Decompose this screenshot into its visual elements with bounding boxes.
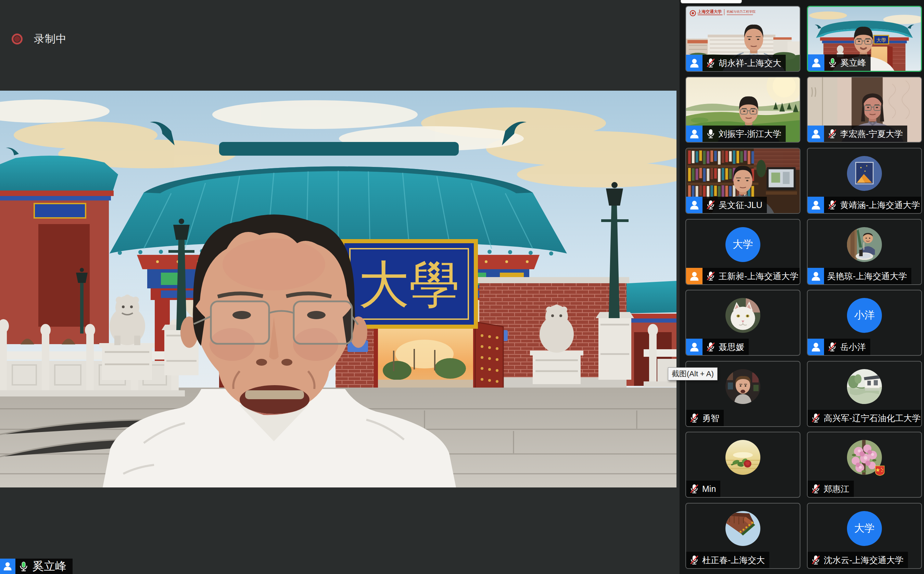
participant-tile[interactable]: 大学沈水云-上海交通大学 xyxy=(807,503,922,569)
participant-tile[interactable]: Min xyxy=(685,432,801,498)
avatar-picture-night xyxy=(847,156,882,191)
person-badge xyxy=(808,268,824,284)
avatar-photo-cat xyxy=(725,298,760,333)
participant-nameplate: 王新昶-上海交通大学 xyxy=(686,268,801,284)
participant-nameplate: 吴艳琼-上海交通大学 xyxy=(808,268,911,284)
participant-tile[interactable]: 李宏燕-宁夏大学 xyxy=(807,77,922,143)
avatar-area xyxy=(686,432,800,482)
participant-tile[interactable]: 高兴军-辽宁石油化工大学 xyxy=(807,361,922,427)
participant-tile[interactable]: 大學奚立峰 xyxy=(807,6,922,72)
participant-name: Min xyxy=(702,484,716,494)
avatar-area xyxy=(686,290,800,340)
participant-tile[interactable]: 聂思媛 xyxy=(685,290,801,356)
meeting-window: 录制中 xyxy=(0,0,924,574)
participant-name: 吴艳琼-上海交通大学 xyxy=(827,271,907,282)
participant-nameplate: 高兴军-辽宁石油化工大学 xyxy=(808,410,922,426)
participant-tile[interactable]: 吴艳琼-上海交通大学 xyxy=(807,219,922,285)
participant-tile[interactable]: 郑惠江 xyxy=(807,432,922,498)
participant-nameplate: 岳小洋 xyxy=(808,339,870,355)
avatar-area: 大学 xyxy=(686,219,800,269)
participant-tile[interactable]: 吴文征-JLU xyxy=(685,148,801,214)
participant-name: 黄靖涵-上海交通大学 xyxy=(840,199,920,211)
avatar-area: 大学 xyxy=(808,503,921,553)
mic-muted-icon xyxy=(827,200,837,210)
mic-speaking-icon xyxy=(827,57,838,68)
mic-muted-icon xyxy=(706,58,716,68)
participant-nameplate: 吴文征-JLU xyxy=(686,197,767,213)
person-badge xyxy=(686,55,702,71)
avatar-initials: 小洋 xyxy=(854,308,875,322)
mic-speaking-icon xyxy=(18,561,29,572)
participant-nameplate: 刘振宇-浙江大学 xyxy=(686,126,786,142)
participant-tile[interactable]: 小洋岳小洋 xyxy=(807,290,922,356)
participant-name: 吴文征-JLU xyxy=(718,199,763,211)
avatar: 大学 xyxy=(847,511,882,546)
avatar-photo-rose xyxy=(725,440,760,475)
participant-name: 刘振宇-浙江大学 xyxy=(718,128,781,140)
recording-label: 录制中 xyxy=(34,32,67,46)
avatar-photo-canal xyxy=(847,369,882,404)
avatar-area xyxy=(808,148,921,198)
participant-nameplate: 奚立峰 xyxy=(808,54,870,71)
participant-name: 李宏燕-宁夏大学 xyxy=(840,128,903,140)
participant-name: 岳小洋 xyxy=(840,341,866,353)
person-badge xyxy=(0,558,16,574)
mic-on-icon xyxy=(706,129,716,139)
mic-muted-icon xyxy=(827,342,837,352)
main-speaker-video[interactable]: 大學 xyxy=(0,91,677,487)
participant-nameplate: 郑惠江 xyxy=(808,481,854,497)
participant-tile[interactable]: 大学王新昶-上海交通大学 xyxy=(685,219,801,285)
avatar-area xyxy=(808,219,921,269)
person-badge xyxy=(686,339,702,355)
participant-nameplate: 李宏燕-宁夏大学 xyxy=(808,126,907,142)
main-speaker-nameplate: 奚立峰 xyxy=(0,558,73,574)
avatar: 小洋 xyxy=(847,298,882,333)
participant-tile[interactable]: 杜正春-上海交大 xyxy=(685,503,801,569)
participant-name: 杜正春-上海交大 xyxy=(702,555,765,566)
avatar-photo-eave xyxy=(725,511,760,546)
mic-muted-icon xyxy=(706,342,716,352)
participants-sidebar[interactable]: 上海交通大学机械与动力工程学院胡永祥-上海交大大學奚立峰刘振宇-浙江大学李宏燕-… xyxy=(680,0,924,574)
avatar-area xyxy=(686,503,800,553)
participant-tile[interactable]: 黄靖涵-上海交通大学 xyxy=(807,148,922,214)
screenshot-tooltip-label: 截图(Alt + A) xyxy=(672,369,714,379)
avatar-initials: 大学 xyxy=(733,237,753,251)
participant-name: 聂思媛 xyxy=(718,341,744,353)
flag-badge-icon xyxy=(875,465,885,476)
person-badge xyxy=(686,197,702,213)
avatar-area xyxy=(808,432,921,482)
participant-nameplate: Min xyxy=(686,481,720,497)
avatar: 大学 xyxy=(725,227,760,262)
mic-muted-icon xyxy=(706,200,716,210)
virtual-background-gate-scene: 大學 xyxy=(0,91,677,487)
participant-nameplate: 胡永祥-上海交大 xyxy=(686,55,786,71)
main-speaker-name: 奚立峰 xyxy=(33,558,66,574)
participant-nameplate: 聂思媛 xyxy=(686,339,749,355)
mic-muted-icon xyxy=(689,484,699,494)
mic-muted-icon xyxy=(811,484,821,494)
person-badge xyxy=(808,126,824,142)
mic-muted-icon xyxy=(827,129,837,139)
mic-muted-icon xyxy=(689,555,699,565)
recording-indicator: 录制中 xyxy=(12,32,67,46)
person-badge xyxy=(808,197,824,213)
mic-muted-icon xyxy=(706,271,716,281)
participant-name: 高兴军-辽宁石油化工大学 xyxy=(824,413,921,424)
mic-muted-icon xyxy=(689,413,699,423)
participant-name: 胡永祥-上海交大 xyxy=(718,57,781,69)
participant-nameplate: 沈水云-上海交通大学 xyxy=(808,552,908,568)
person-badge xyxy=(808,339,824,355)
participant-name: 奚立峰 xyxy=(840,57,866,68)
avatar-initials: 大学 xyxy=(854,521,875,535)
participant-name: 勇智 xyxy=(702,413,719,424)
participant-nameplate: 杜正春-上海交大 xyxy=(686,552,769,568)
participant-nameplate: 黄靖涵-上海交通大学 xyxy=(808,197,922,213)
screenshot-tooltip: 截图(Alt + A) xyxy=(668,367,718,380)
mic-muted-icon xyxy=(811,413,821,423)
top-window-edge xyxy=(680,0,742,3)
svg-text:大學: 大學 xyxy=(358,256,460,313)
svg-text:上海交通大学: 上海交通大学 xyxy=(697,9,722,14)
participant-tile[interactable]: 上海交通大学机械与动力工程学院胡永祥-上海交大 xyxy=(685,6,801,72)
participant-tile[interactable]: 刘振宇-浙江大学 xyxy=(685,77,801,143)
avatar-photo-boy xyxy=(847,227,882,262)
